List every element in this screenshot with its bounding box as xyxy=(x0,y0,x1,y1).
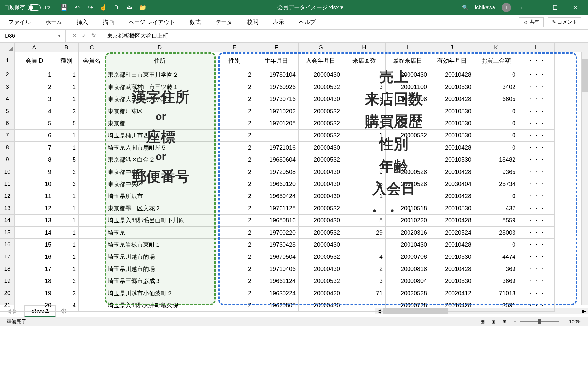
cell[interactable]: 2 xyxy=(54,275,79,287)
cell[interactable]: 東京都墨田区文花２ xyxy=(105,202,215,215)
cell[interactable]: 19650424 xyxy=(254,190,299,202)
cell[interactable]: 20000532 xyxy=(299,130,343,142)
cell[interactable]: 369 xyxy=(474,263,518,275)
tab-home[interactable]: ホーム xyxy=(44,15,64,29)
cell[interactable]: 1 xyxy=(54,81,79,93)
cell[interactable]: 1 xyxy=(54,130,79,142)
tab-draw[interactable]: 描画 xyxy=(101,15,116,29)
cell[interactable]: 18482 xyxy=(474,154,518,166)
cell[interactable]: 2 xyxy=(215,166,254,178)
tab-data[interactable]: データ xyxy=(214,15,234,29)
row-header[interactable]: 8 xyxy=(0,142,15,154)
cell[interactable]: 埼玉県岩槻市東町１ xyxy=(105,239,215,251)
cell[interactable]: 1 xyxy=(54,227,79,239)
cell[interactable]: 埼玉県入間郡大井町亀久保 xyxy=(105,299,215,312)
cell[interactable]: 20001100 xyxy=(386,81,430,93)
cell[interactable]: 6 xyxy=(15,130,54,142)
header-cell[interactable]: 会員ID xyxy=(15,52,54,69)
cell[interactable]: ・・・ xyxy=(518,251,555,263)
cell[interactable] xyxy=(79,81,105,93)
select-all-button[interactable] xyxy=(0,43,15,52)
row-header[interactable]: 14 xyxy=(0,215,15,227)
cell[interactable]: 6605 xyxy=(474,93,518,105)
cell[interactable]: 2 xyxy=(215,142,254,154)
cell[interactable]: 19761128 xyxy=(254,202,299,215)
column-header-F[interactable]: F xyxy=(254,43,299,52)
redo-icon[interactable]: ↷ xyxy=(87,4,94,11)
cell[interactable]: 19710202 xyxy=(254,105,299,117)
row-header[interactable]: 5 xyxy=(0,105,15,117)
cell[interactable]: 20010518 xyxy=(386,202,430,215)
cancel-icon[interactable]: ✕ xyxy=(72,32,77,39)
cell[interactable]: 20000804 xyxy=(386,275,430,287)
cell[interactable] xyxy=(79,251,105,263)
cell[interactable]: 2 xyxy=(215,190,254,202)
cell[interactable] xyxy=(343,299,386,312)
cell[interactable]: 20010530 xyxy=(430,105,474,117)
cell[interactable] xyxy=(343,105,386,117)
cell[interactable]: 20010530 xyxy=(430,251,474,263)
cell[interactable]: 埼玉県川越市的場 xyxy=(105,263,215,275)
column-header-C[interactable]: C xyxy=(79,43,105,52)
cell[interactable]: 15 xyxy=(15,239,54,251)
cell[interactable] xyxy=(79,263,105,275)
row-header[interactable]: 18 xyxy=(0,263,15,275)
zoom-slider[interactable] xyxy=(520,321,559,322)
cell[interactable]: 20000532 xyxy=(299,275,343,287)
cell[interactable]: 20010428 xyxy=(430,215,474,227)
cell[interactable]: 2 xyxy=(215,178,254,190)
column-header-B[interactable]: B xyxy=(54,43,79,52)
cell[interactable]: 20000528 xyxy=(386,166,430,178)
cell[interactable]: 埼玉県 xyxy=(105,227,215,239)
cell[interactable] xyxy=(386,190,430,202)
maximize-button[interactable]: ☐ xyxy=(549,1,562,14)
column-header-D[interactable]: D xyxy=(105,43,215,52)
cell[interactable]: 東京都町田市東玉川学園２ xyxy=(105,69,215,81)
cell[interactable]: 20010428 xyxy=(430,263,474,275)
cell[interactable]: 19701208 xyxy=(254,117,299,130)
column-header-I[interactable]: I xyxy=(386,43,430,52)
cell[interactable]: 東京都 xyxy=(105,117,215,130)
header-cell[interactable]: お買上金額 xyxy=(474,52,518,69)
cell[interactable]: ・・・ xyxy=(518,130,555,142)
cell[interactable]: 25734 xyxy=(474,178,518,190)
pagebreak-view-button[interactable]: ⊞ xyxy=(500,318,509,325)
cell[interactable]: 20000532 xyxy=(299,117,343,130)
cell[interactable]: 20000420 xyxy=(299,287,343,299)
cell[interactable] xyxy=(79,275,105,287)
cell[interactable] xyxy=(343,239,386,251)
cell[interactable]: 9365 xyxy=(474,166,518,178)
cell[interactable]: 3 xyxy=(54,287,79,299)
new-icon[interactable]: 🗋 xyxy=(113,4,120,11)
cell[interactable]: 東京都中央区 xyxy=(105,178,215,190)
cell[interactable]: 0 xyxy=(474,190,518,202)
cell[interactable]: 1 xyxy=(54,69,79,81)
cell[interactable] xyxy=(254,130,299,142)
cell[interactable]: 1 xyxy=(54,239,79,251)
cell[interactable] xyxy=(386,117,430,130)
cell[interactable]: 19710406 xyxy=(254,263,299,275)
cell[interactable]: 3 xyxy=(54,105,79,117)
cell[interactable]: 1 xyxy=(15,69,54,81)
save-icon[interactable]: 💾 xyxy=(60,4,68,11)
cell[interactable]: ・・・ xyxy=(518,81,555,93)
cell[interactable]: 19 xyxy=(15,287,54,299)
cell[interactable]: 0 xyxy=(474,105,518,117)
tab-pagelayout[interactable]: ページ レイアウト xyxy=(127,15,177,29)
row-header[interactable]: 21 xyxy=(0,299,15,312)
zoom-control[interactable]: − + 100% xyxy=(514,319,581,324)
cell[interactable]: 20000818 xyxy=(386,263,430,275)
cell[interactable]: 19680816 xyxy=(254,215,299,227)
cell[interactable]: 17 xyxy=(15,263,54,275)
cell[interactable]: 20000430 xyxy=(299,69,343,81)
cell[interactable]: 2 xyxy=(215,299,254,312)
tab-insert[interactable]: 挿入 xyxy=(75,15,90,29)
vertical-scrollbar[interactable] xyxy=(581,52,588,305)
cell[interactable]: 2 xyxy=(215,93,254,105)
cell[interactable]: 19760926 xyxy=(254,81,299,93)
row-header[interactable]: 12 xyxy=(0,190,15,202)
cell[interactable]: 20000430 xyxy=(299,215,343,227)
cell[interactable]: 19661124 xyxy=(254,275,299,287)
horizontal-scrollbar[interactable]: ◀▶ xyxy=(375,308,588,314)
pagelayout-view-button[interactable]: ▣ xyxy=(489,318,498,325)
